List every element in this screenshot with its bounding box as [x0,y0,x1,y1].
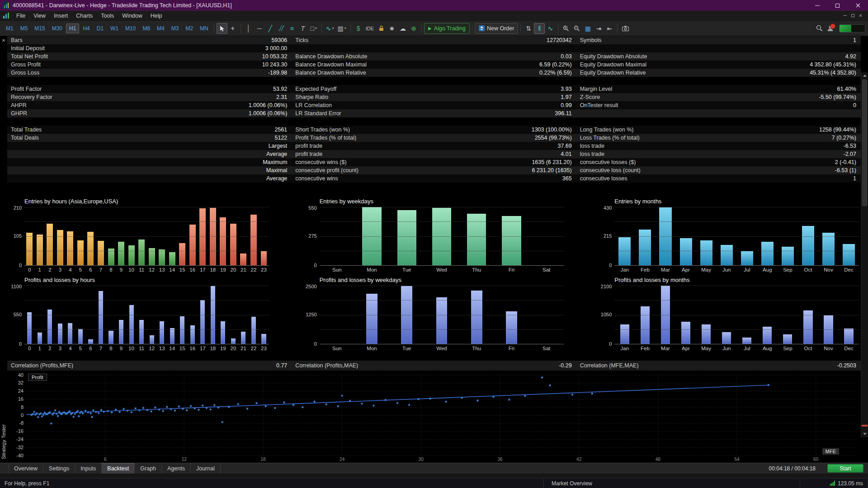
timeframe-m2[interactable]: M2 [182,23,196,33]
tab-agents[interactable]: Agents [162,463,191,474]
scroll-up-button[interactable] [861,72,868,79]
menu-charts[interactable]: Charts [72,12,97,20]
grid-button[interactable]: ▦ [582,23,593,34]
x-tick-label: 8 [106,266,116,274]
x-tick-label: Jul [737,266,757,274]
algo-trading-button[interactable]: ▶ Algo Trading [424,23,470,34]
timeframe-h4[interactable]: H4 [80,23,93,33]
minimize-button[interactable] [807,0,827,11]
timeframe-m1[interactable]: M1 [3,23,17,33]
trade-levels-button[interactable]: ⇅ [523,23,534,34]
stats-cell: loss trade-2.07 [576,150,861,158]
maximize-button[interactable] [827,0,848,11]
dock-left-button[interactable]: ⇤ [604,23,615,34]
scrollbar-marker [862,425,868,427]
timeframe-m3[interactable]: M3 [168,23,182,33]
stat-label: consecutive wins ($) [295,159,346,165]
channel-tool-button[interactable]: ╱╱ [276,23,287,34]
menu-file[interactable]: File [12,12,29,20]
indicators-dropdown-button[interactable]: ∿▾ [324,23,336,34]
depth-of-market-button[interactable]: ‖ [534,23,545,34]
connection-status[interactable]: 123.05 ms [800,479,868,488]
stats-cell: AHPR1.0006 (0.06%) [7,101,292,109]
close-button[interactable] [848,0,868,11]
menu-view[interactable]: View [29,12,50,20]
menu-help[interactable]: Help [146,12,166,20]
menu-tools[interactable]: Tools [97,12,118,20]
lock-button[interactable] [376,23,387,34]
timeframe-m5[interactable]: M5 [17,23,31,33]
panel-resize-strip[interactable] [0,474,868,478]
tick-chart-button[interactable]: ∿ [545,23,556,34]
mdi-restore-button[interactable] [851,14,854,17]
axis-tick-label: 6 [104,457,107,462]
search-button[interactable] [814,23,825,34]
bar [26,233,33,265]
scroll-down-button[interactable] [861,431,868,437]
mdi-close-button[interactable]: ✕ [859,13,863,18]
fibonacci-tool-button[interactable]: ≡ [287,23,297,34]
scatter-point [461,397,462,399]
start-button[interactable]: Start [827,464,863,473]
timeframe-m4[interactable]: M4 [154,23,168,33]
vertical-scrollbar[interactable] [861,72,868,437]
objects-dropdown-button[interactable]: □▾ [308,23,319,34]
tab-settings[interactable]: Settings [43,463,75,474]
dock-right-button[interactable]: ⇥ [593,23,604,34]
timeframe-m15[interactable]: M15 [31,23,48,33]
stat-value: -2.07 [843,151,856,157]
tab-inputs[interactable]: Inputs [75,463,102,474]
y-tick-label: 215 [604,233,612,239]
timeframe-m10[interactable]: M10 [122,23,139,33]
scrollbar-thumb[interactable] [862,80,867,206]
horizontal-line-tool-button[interactable]: ─ [254,23,265,34]
account-status-widget[interactable] [839,24,865,33]
timeframe-h1[interactable]: H1 [66,23,79,33]
timeframe-mn[interactable]: MN [197,23,212,33]
cursor-tool-button[interactable] [217,23,227,34]
x-tick-label: 10 [126,344,137,352]
screenshot-button[interactable] [620,23,631,34]
crosshair-tool-button[interactable]: + [227,23,238,34]
tab-graph[interactable]: Graph [135,463,162,474]
zoom-in-button[interactable] [561,23,571,34]
x-tick-label: May [696,344,717,352]
timeframe-m30[interactable]: M30 [49,23,66,33]
trendline-tool-button[interactable]: ╱ [265,23,276,34]
currency-button[interactable]: $ [353,23,364,34]
y-tick-label: 275 [308,233,316,239]
timeframe-d1[interactable]: D1 [94,23,107,33]
text-tool-button[interactable]: T [297,23,308,34]
menu-insert[interactable]: Insert [50,12,72,20]
tab-overview[interactable]: Overview [8,463,43,474]
bar [128,245,135,265]
timeframe-w1[interactable]: W1 [107,23,122,33]
cloud-button[interactable]: ☁ [397,23,408,34]
broadcast-button[interactable]: ◉ [387,23,397,34]
ide-button[interactable]: IDE [364,23,376,34]
tab-backtest[interactable]: Backtest [102,463,135,474]
new-order-button[interactable]: New Order [475,23,518,34]
stat-label: Recovery Factor [11,94,52,100]
web-button[interactable]: ⊕ [408,23,419,34]
y-tick-label: 0 [314,263,317,268]
zoom-out-button[interactable] [571,23,582,34]
timeframe-m6[interactable]: M6 [139,23,153,33]
scatter-point [100,409,102,411]
x-tick-label: Feb [635,344,655,352]
stats-cell: Maximal [7,166,292,174]
stats-cell: Largest [7,142,292,150]
x-tick-label: 10 [126,266,137,274]
panel-close-button[interactable]: ✕ [0,38,7,43]
notifications-button[interactable] [825,23,835,34]
scatter-point [385,399,387,401]
menu-window[interactable]: Window [118,12,146,20]
stat-label: OnTester result [580,102,618,108]
vertical-line-tool-button[interactable]: │ [243,23,254,34]
mdi-minimize-button[interactable] [843,15,847,16]
axis-tick-label: 18 [260,457,266,462]
stats-cell: Loss Trades (% of total)7 (0.27%) [576,134,861,142]
stats-cell: consecutive loss (count)-6.53 (1) [576,166,861,174]
tab-journal[interactable]: Journal [191,463,221,474]
chart-type-dropdown-button[interactable]: ▥▾ [336,23,348,34]
